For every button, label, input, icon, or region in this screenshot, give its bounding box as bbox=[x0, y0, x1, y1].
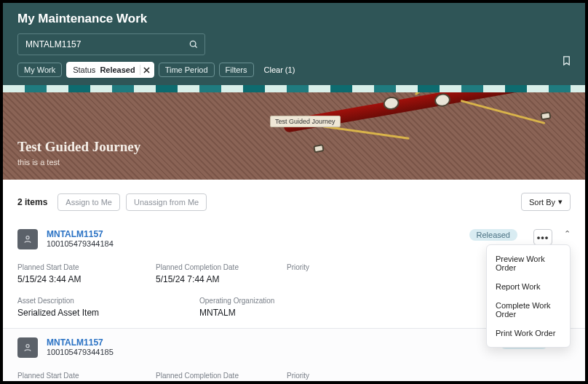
menu-item-print-work-order[interactable]: Print Work Order bbox=[487, 324, 570, 343]
close-icon[interactable] bbox=[140, 65, 150, 75]
hero-text: Test Guided Journey this is a test bbox=[17, 139, 140, 167]
status-badge: Released bbox=[469, 229, 517, 241]
search-input[interactable] bbox=[25, 39, 188, 49]
planned-completion-label: Planned Completion Date bbox=[156, 372, 239, 380]
planned-completion-label: Planned Completion Date bbox=[156, 263, 239, 271]
app-frame: My Maintenance Work My Work Status Relea… bbox=[3, 3, 585, 381]
work-order-id: 100105479344185 bbox=[47, 348, 114, 356]
search-icon[interactable] bbox=[188, 39, 199, 49]
chip-time-period[interactable]: Time Period bbox=[159, 63, 215, 77]
chip-status-value: Released bbox=[100, 65, 135, 74]
priority-label: Priority bbox=[287, 372, 309, 380]
planned-completion-value: 5/15/24 7:44 AM bbox=[156, 274, 287, 284]
chip-filters[interactable]: Filters bbox=[219, 63, 254, 77]
svg-line-1 bbox=[195, 46, 197, 48]
hero-tooltip: Test Guided Journey bbox=[270, 116, 341, 127]
hero-banner: Test Guided Journey Test Guided Journey … bbox=[3, 85, 585, 180]
hero-title: Test Guided Journey bbox=[17, 139, 140, 155]
menu-item-report-work[interactable]: Report Work bbox=[487, 277, 570, 296]
bookmark-icon[interactable] bbox=[561, 55, 572, 69]
hero-subtitle: this is a test bbox=[17, 158, 140, 167]
planned-start-value: 5/15/24 3:44 AM bbox=[17, 274, 156, 284]
planned-start-label: Planned Start Date bbox=[17, 263, 79, 271]
assign-to-me-button[interactable]: Assign to Me bbox=[57, 193, 120, 211]
work-order-id: 100105479344184 bbox=[47, 239, 114, 248]
items-count: 2 items bbox=[17, 197, 47, 207]
clear-filters-link[interactable]: Clear (1) bbox=[264, 65, 295, 74]
chip-status-released[interactable]: Status Released bbox=[66, 62, 154, 78]
sort-by-button[interactable]: Sort By ▾ bbox=[521, 193, 571, 211]
chip-status-prefix: Status bbox=[73, 65, 95, 74]
avatar-icon bbox=[17, 229, 38, 249]
planned-start-label: Planned Start Date bbox=[17, 372, 79, 380]
operating-org-label: Operating Organization bbox=[199, 297, 274, 305]
caret-down-icon: ▾ bbox=[558, 197, 563, 207]
collapse-icon[interactable]: ⌃ bbox=[564, 229, 571, 239]
actions-menu: Preview Work Order Report Work Complete … bbox=[486, 244, 571, 348]
avatar-icon bbox=[17, 337, 38, 358]
hero-illustration bbox=[144, 85, 560, 180]
filter-chips-row: My Work Status Released Time Period Filt… bbox=[17, 62, 571, 78]
menu-item-preview-work-order[interactable]: Preview Work Order bbox=[487, 249, 570, 277]
asset-desc-value: Serialized Asset Item bbox=[17, 308, 199, 318]
menu-item-complete-work-order[interactable]: Complete Work Order bbox=[487, 296, 570, 324]
work-order-link[interactable]: MNTALM1157 bbox=[47, 229, 114, 239]
svg-point-4 bbox=[26, 236, 29, 239]
search-field[interactable] bbox=[17, 33, 205, 55]
unassign-from-me-button[interactable]: Unassign from Me bbox=[126, 193, 207, 211]
priority-label: Priority bbox=[287, 263, 309, 271]
page-title: My Maintenance Work bbox=[17, 12, 571, 26]
asset-desc-label: Asset Description bbox=[17, 297, 74, 305]
sort-by-label: Sort By bbox=[529, 198, 555, 207]
list-toolbar: 2 items Assign to Me Unassign from Me So… bbox=[3, 180, 585, 220]
svg-point-5 bbox=[26, 345, 29, 348]
page-header: My Maintenance Work My Work Status Relea… bbox=[3, 3, 585, 85]
work-order-link[interactable]: MNTALM1157 bbox=[47, 337, 114, 348]
more-actions-button[interactable]: ••• bbox=[533, 229, 552, 245]
chip-my-work[interactable]: My Work bbox=[17, 63, 62, 77]
